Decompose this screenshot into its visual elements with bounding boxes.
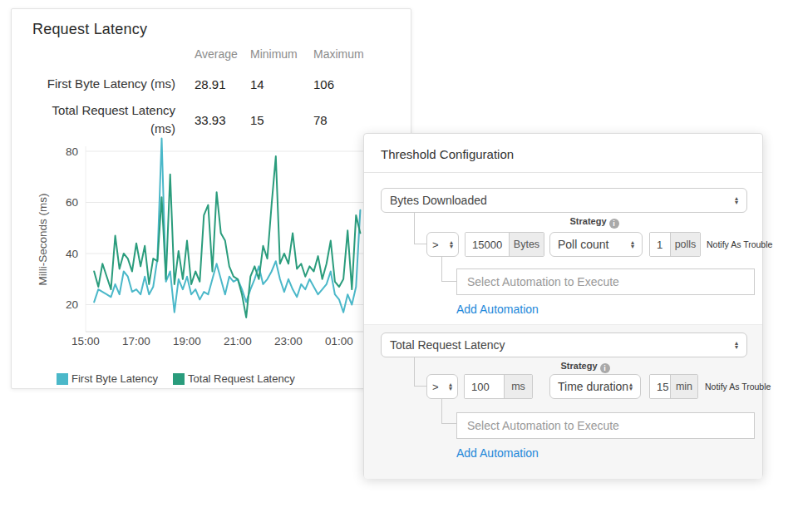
svg-text:80: 80	[66, 145, 78, 158]
info-icon[interactable]	[600, 363, 610, 373]
stepper-icon	[449, 382, 452, 391]
strategy-count-input[interactable]: 15	[650, 375, 670, 398]
svg-text:Milli-Seconds (ms): Milli-Seconds (ms)	[37, 193, 49, 285]
attribute-select-total-request-latency[interactable]: Total Request Latency	[381, 332, 747, 357]
svg-text:17:00: 17:00	[122, 335, 150, 347]
threshold-value-group: 100 ms	[464, 374, 533, 399]
request-latency-card: Request Latency Average Minimum Maximum …	[11, 8, 411, 389]
svg-text:60: 60	[66, 196, 78, 209]
stepper-icon	[735, 196, 738, 204]
strategy-select[interactable]: Time duration	[549, 374, 641, 399]
strategy-count-group: 1 polls	[649, 232, 701, 257]
info-icon[interactable]	[609, 219, 619, 229]
stepper-icon	[450, 240, 453, 249]
condition-row: > 100 ms Time duration 15 min Notify As …	[426, 374, 771, 399]
tree-connector	[414, 213, 426, 244]
tree-connector	[414, 357, 426, 387]
strategy-count-input[interactable]: 1	[650, 233, 670, 256]
automation-select[interactable]: Select Automation to Execute	[456, 412, 755, 439]
attribute-select-bytes-downloaded[interactable]: Bytes Downloaded	[381, 188, 747, 213]
svg-text:15:00: 15:00	[71, 335, 100, 347]
add-automation-link[interactable]: Add Automation	[456, 303, 539, 316]
stepper-icon	[735, 341, 738, 349]
svg-text:01:00: 01:00	[325, 335, 353, 347]
svg-text:23:00: 23:00	[274, 335, 303, 347]
svg-text:21:00: 21:00	[224, 335, 252, 347]
card-title: Threshold Configuration	[381, 147, 514, 161]
divider	[364, 172, 762, 173]
strategy-unit: polls	[670, 233, 700, 256]
tree-connector	[441, 399, 456, 424]
svg-text:20: 20	[66, 298, 78, 311]
threshold-value-input[interactable]: 15000	[466, 233, 509, 256]
stepper-icon	[629, 382, 633, 391]
automation-select[interactable]: Select Automation to Execute	[456, 268, 755, 295]
strategy-unit: min	[670, 375, 697, 398]
total-request-legend-swatch	[173, 373, 185, 385]
chart-legend: First Byte Latency Total Request Latency	[57, 372, 307, 385]
strategy-label: Strategy	[539, 361, 631, 373]
notify-as-trouble-label: Notify As Trouble	[705, 382, 771, 392]
threshold-unit: Bytes	[509, 233, 544, 256]
stepper-icon	[631, 240, 634, 249]
svg-text:19:00: 19:00	[173, 335, 201, 347]
threshold-configuration-card: Threshold Configuration Bytes Downloaded…	[363, 133, 763, 478]
operator-select[interactable]: >	[426, 232, 459, 257]
first-byte-legend-swatch	[57, 373, 68, 385]
tree-connector	[441, 257, 456, 282]
legend-label: First Byte Latency	[71, 372, 158, 385]
legend-label: Total Request Latency	[188, 372, 295, 385]
attribute-select-value: Total Request Latency	[390, 338, 735, 352]
attribute-select-value: Bytes Downloaded	[390, 194, 735, 207]
condition-row: > 15000 Bytes Poll count 1 polls Notify …	[426, 232, 772, 257]
threshold-value-group: 15000 Bytes	[465, 232, 544, 257]
latency-line-chart: 2040608015:0017:0019:0021:0023:0001:00Mi…	[12, 9, 412, 390]
svg-text:40: 40	[66, 248, 78, 260]
add-automation-link[interactable]: Add Automation	[456, 446, 539, 460]
notify-as-trouble-label: Notify As Trouble	[707, 239, 772, 249]
threshold-value-input[interactable]: 100	[465, 375, 504, 398]
strategy-select[interactable]: Poll count	[549, 232, 643, 257]
strategy-label: Strategy	[548, 216, 641, 229]
strategy-count-group: 15 min	[649, 374, 698, 399]
threshold-unit: ms	[504, 375, 532, 398]
operator-select[interactable]: >	[426, 374, 458, 399]
